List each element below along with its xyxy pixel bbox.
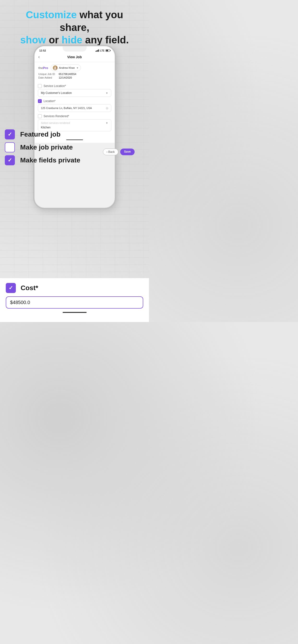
the-text: the — [38, 66, 43, 70]
make-fields-private-row: ✓ Make fields private — [5, 155, 144, 165]
location-field: ✓ Location* 125 Cranburne Ln, Buffalo, N… — [38, 99, 111, 112]
services-rendered-label-row: Services Rendered* — [38, 114, 111, 118]
featured-job-checkbox[interactable]: ✓ — [5, 130, 15, 140]
featured-job-label: Featured job — [20, 130, 60, 138]
signal-bars — [95, 49, 99, 52]
avatar — [53, 66, 58, 70]
make-fields-private-label: Make fields private — [20, 156, 80, 164]
phone-form: Service Location* My Customer's Location… — [35, 82, 115, 136]
bottom-overlay: ✓ Cost* $48500.0 — [0, 278, 149, 322]
date-value: 12/14/2020 — [59, 76, 72, 79]
phone-notch — [63, 46, 87, 52]
headline-text: Customize what you share, show or hide a… — [10, 8, 139, 46]
services-top: Select services rendered ▼ — [41, 122, 108, 124]
assignee-name: Andrew Khan — [59, 66, 75, 69]
cost-label: Cost* — [21, 284, 38, 292]
job-id-value: 651706140554 — [59, 72, 76, 76]
battery-icon — [106, 49, 110, 52]
service-location-field: Service Location* My Customer's Location… — [38, 84, 111, 97]
location-value: 125 Cranburne Ln, Buffalo, NY 14221, USA — [41, 106, 92, 110]
assignee-dropdown-arrow: ▼ — [76, 66, 79, 69]
location-label-row: ✓ Location* — [38, 99, 111, 103]
services-value: Kitchen — [41, 126, 108, 129]
date-label: Date Added — [38, 76, 59, 79]
job-info-section: thePro Andrew Khan ▼ Unique Job ID 65170… — [35, 62, 115, 82]
signal-bar-4 — [98, 49, 99, 52]
nav-title: View Job — [44, 55, 105, 59]
service-location-label-row: Service Location* — [38, 84, 111, 88]
cost-checkbox[interactable]: ✓ — [6, 283, 16, 293]
customize-word: Customize — [26, 9, 77, 20]
battery-fill — [106, 50, 108, 51]
make-job-private-checkbox[interactable] — [5, 142, 15, 152]
job-id-label: Unique Job ID — [38, 72, 59, 76]
services-rendered-checkbox[interactable] — [38, 114, 42, 118]
make-job-private-label: Make job private — [20, 144, 73, 151]
hide-word: hide — [62, 34, 82, 46]
save-action-button[interactable]: Save — [120, 148, 135, 155]
services-arrow: ▼ — [106, 122, 108, 124]
show-word: show — [20, 34, 46, 46]
cost-row: ✓ Cost* — [6, 283, 143, 293]
headline-field: any field. — [82, 34, 129, 46]
phone-frame: 12:52 LTE ‹ View Job — [34, 46, 115, 208]
featured-job-row: ✓ Featured job — [5, 130, 144, 140]
featured-job-checkmark: ✓ — [8, 132, 12, 137]
signal-bar-2 — [96, 50, 97, 52]
make-fields-private-checkmark: ✓ — [8, 158, 12, 163]
time-display: 12:52 — [39, 49, 46, 52]
cost-checkmark: ✓ — [9, 285, 13, 290]
pro-row: thePro Andrew Khan ▼ — [38, 64, 111, 71]
nav-bar: ‹ View Job — [35, 52, 115, 62]
pro-label: thePro — [38, 66, 48, 70]
service-location-select[interactable]: My Customer's Location ▼ — [38, 89, 111, 97]
services-rendered-label: Services Rendered* — [44, 114, 69, 118]
location-checkmark: ✓ — [39, 100, 41, 102]
service-location-arrow: ▼ — [106, 92, 108, 94]
service-location-value: My Customer's Location — [41, 91, 72, 95]
back-action-button[interactable]: ‹ Back — [103, 148, 118, 155]
location-input[interactable]: 125 Cranburne Ln, Buffalo, NY 14221, USA… — [38, 104, 111, 112]
services-rendered-field: Services Rendered* Select services rende… — [38, 114, 111, 131]
location-checkbox[interactable]: ✓ — [38, 99, 42, 103]
status-right: LTE — [95, 49, 110, 52]
bottom-bar — [6, 308, 143, 318]
pro-text: Pro — [43, 66, 48, 70]
assignee-select[interactable]: Andrew Khan ▼ — [51, 64, 81, 71]
svg-point-1 — [54, 68, 56, 70]
svg-point-0 — [54, 66, 56, 68]
service-location-label: Service Location* — [44, 84, 66, 88]
cost-input-field[interactable]: $48500.0 — [6, 296, 143, 308]
service-location-checkbox[interactable] — [38, 84, 42, 88]
make-fields-private-checkbox[interactable]: ✓ — [5, 155, 15, 165]
job-id-row: Unique Job ID 651706140554 — [38, 72, 111, 76]
signal-bar-1 — [95, 51, 96, 52]
signal-bar-3 — [97, 50, 98, 52]
home-indicator — [63, 312, 87, 313]
headline-or: or — [46, 34, 61, 46]
services-placeholder: Select services rendered — [41, 122, 70, 124]
page-wrapper: Customize what you share, show or hide a… — [0, 0, 149, 322]
location-label: Location* — [44, 100, 56, 103]
date-row: Date Added 12/14/2020 — [38, 76, 111, 79]
action-buttons: ‹ Back Save — [103, 148, 135, 155]
headline-line2: show or hide any field. — [10, 34, 139, 46]
headline: Customize what you share, show or hide a… — [0, 0, 149, 51]
phone-back-button[interactable]: ‹ — [38, 54, 44, 60]
location-pin-icon: ◎ — [106, 106, 108, 110]
network-label: LTE — [100, 49, 104, 52]
